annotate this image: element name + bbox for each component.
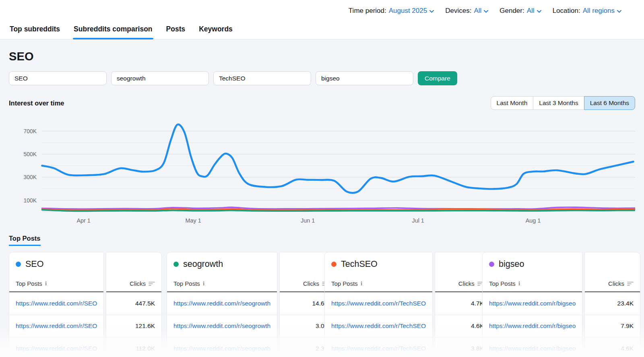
chevron-down-icon: [429, 10, 434, 13]
info-icon[interactable]: i: [203, 280, 204, 287]
clicks-value: 112.0K: [113, 345, 155, 352]
post-link[interactable]: https://www.reddit.com/r/bigseo: [489, 322, 576, 330]
top-filter-bar: Time period: August 2025 Devices: All Ge…: [0, 0, 644, 22]
filter-devices[interactable]: Devices: All: [445, 7, 488, 15]
tab-subreddits-comparison[interactable]: Subreddits comparison: [73, 22, 153, 39]
subreddit-input-4[interactable]: [316, 71, 413, 85]
series-dot: [489, 262, 494, 267]
range-last-month[interactable]: Last Month: [491, 96, 534, 110]
table-row: https://www.reddit.com/r/TechSEO: [325, 315, 432, 337]
filter-time-period-label: Time period:: [349, 7, 386, 15]
top-posts-tab[interactable]: Top Posts: [9, 235, 41, 246]
post-link[interactable]: https://www.reddit.com/r/SEO: [16, 345, 97, 352]
clicks-column-header: Clicks: [130, 280, 146, 287]
svg-text:300K: 300K: [24, 174, 37, 180]
card-title: SEO: [25, 259, 43, 269]
svg-text:500K: 500K: [24, 151, 37, 157]
post-link[interactable]: https://www.reddit.com/r/TechSEO: [331, 322, 426, 330]
compare-inputs-row: Compare: [9, 71, 635, 85]
series-dot: [16, 262, 21, 267]
range-last-3-months[interactable]: Last 3 Months: [533, 96, 584, 110]
filter-location[interactable]: Location: All regions: [553, 7, 621, 15]
table-row: https://www.reddit.com/r/TechSEO: [325, 292, 432, 315]
clicks-column-header: Clicks: [303, 280, 319, 287]
table-row: https://www.reddit.com/r/TechSEO: [325, 337, 432, 357]
table-row: https://www.reddit.com/r/SEO: [9, 292, 103, 315]
series-dot: [331, 262, 336, 267]
info-icon[interactable]: i: [45, 280, 47, 287]
top-posts-column-header: Top Posts: [173, 280, 200, 287]
top-posts-column-header: Top Posts: [16, 280, 42, 287]
svg-text:700K: 700K: [24, 128, 37, 134]
page-title: SEO: [9, 50, 635, 63]
interest-chart: 100K300K500K700KApr 1May 1Jun 1Jul 1Aug …: [9, 116, 635, 225]
tab-posts[interactable]: Posts: [165, 22, 186, 39]
range-last-6-months[interactable]: Last 6 Months: [584, 96, 635, 110]
filter-location-value: All regions: [583, 7, 615, 15]
interest-chart-svg: 100K300K500K700KApr 1May 1Jun 1Jul 1Aug …: [9, 116, 635, 225]
sort-icon[interactable]: [149, 281, 155, 286]
post-link[interactable]: https://www.reddit.com/r/bigseo: [489, 345, 576, 352]
post-link[interactable]: https://www.reddit.com/r/SEO: [16, 300, 97, 307]
clicks-column-header: Clicks: [608, 280, 624, 287]
table-row: https://www.reddit.com/r/bigseo: [483, 292, 582, 315]
compare-button[interactable]: Compare: [418, 71, 457, 85]
card-title: seogrowth: [183, 259, 223, 269]
clicks-value: 4.7K: [442, 300, 484, 307]
svg-text:100K: 100K: [24, 197, 37, 204]
subreddit-input-1[interactable]: [9, 71, 107, 85]
info-icon[interactable]: i: [361, 280, 362, 287]
svg-text:Aug 1: Aug 1: [526, 217, 541, 224]
clicks-value: 7.9K: [591, 322, 634, 330]
table-row: 7.9K: [585, 315, 640, 337]
time-range-toggle: Last Month Last 3 Months Last 6 Months: [491, 96, 635, 110]
subreddit-input-2[interactable]: [111, 71, 209, 85]
filter-devices-label: Devices:: [445, 7, 471, 15]
tab-top-subreddits[interactable]: Top subreddits: [9, 22, 61, 39]
subreddit-input-3[interactable]: [213, 71, 311, 85]
filter-gender-label: Gender:: [500, 7, 524, 15]
clicks-value: 4.6K: [591, 345, 634, 352]
tab-keywords[interactable]: Keywords: [198, 22, 233, 39]
top-posts-column-header: Top Posts: [489, 280, 516, 287]
clicks-value: 23.4K: [591, 300, 634, 307]
post-link[interactable]: https://www.reddit.com/r/seogrowth: [173, 345, 270, 352]
clicks-value: 121.6K: [113, 322, 155, 330]
filter-gender[interactable]: Gender: All: [500, 7, 541, 15]
card-bigseo: bigseo Top Posts i https://www.reddit.co…: [482, 252, 635, 357]
filter-time-period-value: August 2025: [389, 7, 427, 15]
info-icon[interactable]: i: [518, 280, 520, 287]
table-row: https://www.reddit.com/r/bigseo: [483, 337, 582, 357]
svg-text:May 1: May 1: [186, 217, 201, 224]
sort-icon[interactable]: [627, 281, 634, 286]
post-link[interactable]: https://www.reddit.com/r/seogrowth: [173, 322, 270, 330]
filter-location-label: Location:: [553, 7, 580, 15]
clicks-value: 3.8K: [442, 345, 484, 352]
main-tabs: Top subreddits Subreddits comparison Pos…: [0, 22, 644, 39]
table-row: https://www.reddit.com/r/bigseo: [483, 315, 582, 337]
post-link[interactable]: https://www.reddit.com/r/TechSEO: [331, 300, 426, 307]
clicks-value: 447.5K: [113, 300, 155, 307]
post-link[interactable]: https://www.reddit.com/r/seogrowth: [173, 300, 270, 307]
post-link[interactable]: https://www.reddit.com/r/SEO: [16, 322, 97, 330]
table-row: https://www.reddit.com/r/SEO: [9, 337, 103, 357]
filter-devices-value: All: [474, 7, 481, 15]
table-row: https://www.reddit.com/r/SEO: [9, 315, 103, 337]
table-row: https://www.reddit.com/r/seogrowth: [167, 315, 277, 337]
post-link[interactable]: https://www.reddit.com/r/bigseo: [489, 300, 576, 307]
filter-gender-value: All: [527, 7, 535, 15]
card-title: bigseo: [499, 259, 524, 269]
clicks-value: 3.0K: [286, 322, 328, 330]
table-row: 121.6K: [106, 315, 161, 337]
svg-text:Jun 1: Jun 1: [301, 217, 315, 224]
chevron-down-icon: [484, 10, 488, 13]
table-row: 447.5K: [106, 292, 161, 315]
filter-time-period[interactable]: Time period: August 2025: [349, 7, 434, 15]
interest-over-time-title: Interest over time: [9, 99, 64, 107]
table-row: https://www.reddit.com/r/seogrowth: [167, 292, 277, 315]
top-posts-cards: SEO Top Posts i https://www.reddit.com/r…: [9, 252, 635, 357]
post-link[interactable]: https://www.reddit.com/r/TechSEO: [331, 345, 426, 352]
svg-text:Jul 1: Jul 1: [412, 217, 424, 224]
card-seogrowth: seogrowth Top Posts i https://www.reddit…: [167, 252, 320, 357]
table-row: 112.0K: [106, 337, 161, 357]
